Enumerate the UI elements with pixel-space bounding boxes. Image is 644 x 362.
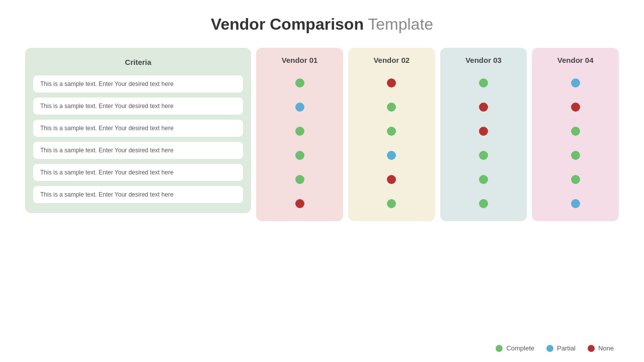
dot-row-v3-r4 (479, 146, 488, 165)
dot-row-v2-r1 (387, 73, 396, 93)
dot-red-icon (387, 175, 396, 184)
legend-item-green: Complete (496, 344, 534, 352)
vendor-header-1: Vendor 01 (282, 56, 318, 64)
dot-blue-icon (295, 103, 304, 112)
page-container: Vendor Comparison Template Criteria This… (0, 0, 644, 362)
legend-label-green: Complete (506, 344, 534, 352)
dot-list-3 (445, 73, 522, 213)
dot-green-icon (387, 199, 396, 208)
dot-list-1 (261, 73, 338, 213)
criteria-list: This is a sample text. Enter Your desire… (33, 75, 243, 203)
dot-blue-icon (387, 151, 396, 160)
dot-row-v2-r6 (387, 194, 396, 213)
criteria-item-0: This is a sample text. Enter Your desire… (33, 75, 243, 93)
criteria-column: Criteria This is a sample text. Enter Yo… (25, 48, 251, 213)
legend-dot-blue-icon (546, 345, 553, 352)
dot-row-v3-r5 (479, 170, 488, 189)
legend-item-red: None (588, 344, 614, 352)
legend-dot-green-icon (496, 345, 503, 352)
legend-label-red: None (598, 344, 614, 352)
dot-green-icon (387, 103, 396, 112)
vendor-header-4: Vendor 04 (557, 56, 594, 64)
title-bold: Vendor Comparison (211, 15, 364, 33)
criteria-item-5: This is a sample text. Enter Your desire… (33, 186, 243, 203)
criteria-item-1: This is a sample text. Enter Your desire… (33, 98, 243, 115)
dot-row-v3-r2 (479, 98, 488, 117)
dot-green-icon (387, 127, 396, 136)
vendor-column-3: Vendor 03 (440, 48, 527, 221)
dot-row-v1-r3 (295, 122, 304, 141)
dot-row-v1-r6 (295, 194, 304, 213)
legend-item-blue: Partial (546, 344, 576, 352)
vendor-column-1: Vendor 01 (256, 48, 343, 221)
vendor-header-2: Vendor 02 (373, 56, 410, 64)
vendor-column-2: Vendor 02 (348, 48, 435, 221)
dot-green-icon (295, 151, 304, 160)
dot-row-v4-r6 (571, 194, 580, 213)
dot-row-v4-r1 (571, 73, 580, 93)
vendor-header-3: Vendor 03 (465, 56, 502, 64)
dot-list-2 (353, 73, 430, 213)
dot-row-v3-r3 (479, 122, 488, 141)
dot-row-v3-r6 (479, 194, 488, 213)
dot-row-v4-r2 (571, 98, 580, 117)
dot-red-icon (387, 78, 396, 87)
dot-row-v2-r2 (387, 98, 396, 117)
dot-green-icon (295, 127, 304, 136)
dot-row-v2-r5 (387, 170, 396, 189)
dot-green-icon (571, 175, 580, 184)
legend-area: CompletePartialNone (496, 344, 619, 352)
dot-red-icon (479, 103, 488, 112)
main-content: Criteria This is a sample text. Enter Yo… (25, 48, 619, 337)
vendor-column-4: Vendor 04 (532, 48, 619, 221)
legend-label-blue: Partial (557, 344, 576, 352)
dot-green-icon (479, 175, 488, 184)
dot-row-v2-r4 (387, 146, 396, 165)
title-light: Template (364, 15, 433, 33)
dot-green-icon (295, 175, 304, 184)
dot-list-4 (537, 73, 614, 213)
dot-row-v1-r5 (295, 170, 304, 189)
dot-green-icon (479, 78, 488, 87)
criteria-item-3: This is a sample text. Enter Your desire… (33, 142, 243, 159)
dot-green-icon (479, 151, 488, 160)
dot-green-icon (295, 78, 304, 87)
dot-row-v4-r4 (571, 146, 580, 165)
legend-dot-red-icon (588, 345, 595, 352)
dot-green-icon (571, 151, 580, 160)
dot-row-v4-r3 (571, 122, 580, 141)
vendors-container: Vendor 01Vendor 02Vendor 03Vendor 04 (256, 48, 619, 221)
dot-row-v1-r4 (295, 146, 304, 165)
dot-red-icon (571, 103, 580, 112)
dot-row-v4-r5 (571, 170, 580, 189)
dot-green-icon (479, 199, 488, 208)
dot-green-icon (571, 127, 580, 136)
dot-row-v2-r3 (387, 122, 396, 141)
dot-row-v1-r1 (295, 73, 304, 93)
criteria-item-2: This is a sample text. Enter Your desire… (33, 120, 243, 137)
dot-blue-icon (571, 199, 580, 208)
dot-row-v1-r2 (295, 98, 304, 117)
dot-blue-icon (571, 78, 580, 87)
criteria-header: Criteria (33, 58, 243, 66)
title-area: Vendor Comparison Template (211, 15, 433, 34)
dot-red-icon (295, 199, 304, 208)
dot-row-v3-r1 (479, 73, 488, 93)
dot-red-icon (479, 127, 488, 136)
criteria-item-4: This is a sample text. Enter Your desire… (33, 164, 243, 181)
